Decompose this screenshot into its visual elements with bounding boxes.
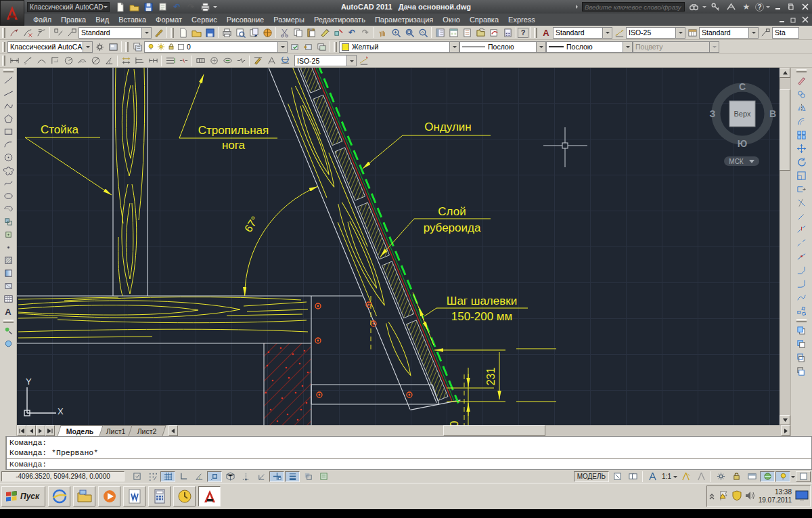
bring-above-objects-icon[interactable]	[794, 351, 810, 364]
hatch-tool-icon[interactable]	[1, 254, 16, 267]
revcloud-tool-icon[interactable]	[1, 164, 16, 177]
toolbar-grip[interactable]	[334, 42, 337, 52]
autocad-app-button[interactable]	[0, 0, 24, 26]
tool-palettes-icon[interactable]	[460, 26, 474, 39]
restore-button[interactable]	[786, 2, 797, 12]
save-icon[interactable]	[203, 26, 217, 39]
doc-restore-button[interactable]	[788, 16, 799, 24]
dim-inspect-icon[interactable]	[221, 55, 234, 67]
tray-security-flag-icon[interactable]	[719, 490, 729, 502]
mleader-remove-icon[interactable]	[21, 26, 35, 39]
search-options-icon[interactable]	[702, 6, 706, 10]
workspace-switcher[interactable]: Классический AutoCAD	[27, 2, 110, 12]
linetype-dropdown-icon[interactable]	[536, 42, 545, 52]
close-button[interactable]	[799, 2, 811, 12]
copy-tool-icon[interactable]	[794, 87, 810, 101]
scroll-left-button[interactable]	[168, 425, 178, 436]
osnap-toggle[interactable]	[207, 471, 222, 482]
menu-dimension[interactable]: Размеры	[269, 16, 309, 24]
undo-button[interactable]: ↶	[171, 1, 183, 12]
quick-view-drawings-icon[interactable]	[625, 471, 640, 482]
gradient-tool-icon[interactable]	[1, 267, 16, 280]
viewcube-wcs-label[interactable]: МСК	[729, 158, 744, 165]
horizontal-scroll-thumb[interactable]	[443, 425, 545, 436]
otrack-toggle[interactable]	[238, 471, 253, 482]
taskbar-word-icon[interactable]	[123, 486, 145, 506]
dim-joglinear-icon[interactable]	[234, 55, 248, 67]
dim-space-icon[interactable]	[163, 55, 177, 67]
markup-set-manager-icon[interactable]	[487, 26, 501, 39]
dim-ordinate-icon[interactable]	[48, 55, 62, 67]
insert-block-tool-icon[interactable]	[1, 215, 16, 228]
clean-screen-button[interactable]	[796, 471, 811, 482]
grid-toggle[interactable]	[160, 471, 175, 482]
construction-line-tool-icon[interactable]	[1, 87, 16, 100]
annotation-scale-value[interactable]: 1:1	[660, 473, 673, 480]
scale-tool-icon[interactable]	[794, 169, 810, 182]
layer-lock-icon[interactable]	[167, 43, 175, 51]
viewcube-face-label[interactable]: Верх	[734, 110, 751, 118]
pan-icon[interactable]	[376, 26, 389, 39]
ortho-toggle[interactable]	[176, 471, 191, 482]
mleader-add-icon[interactable]	[7, 26, 21, 39]
region-tool-icon[interactable]	[1, 280, 16, 293]
scroll-up-button[interactable]	[780, 68, 790, 78]
dyn-toggle[interactable]	[269, 471, 284, 482]
sheetset-manager-icon[interactable]	[474, 26, 487, 39]
layer-properties-icon[interactable]	[131, 41, 144, 53]
workspaces-combo[interactable]: Классический AutoCAD	[7, 41, 93, 53]
zoom-previous-icon[interactable]	[416, 26, 430, 39]
dim-arclength-icon[interactable]	[35, 55, 48, 67]
tab-next-button[interactable]	[36, 425, 45, 436]
toolbar-grip[interactable]	[796, 319, 807, 322]
rotate-tool-icon[interactable]	[794, 155, 810, 169]
break-at-point-tool-icon[interactable]	[794, 223, 810, 236]
trim-tool-icon[interactable]	[794, 196, 810, 209]
redo-icon[interactable]: ↷	[359, 26, 372, 39]
annotation-scale-icon[interactable]	[645, 471, 660, 482]
menu-insert[interactable]: Вставка	[114, 16, 151, 24]
send-to-back-icon[interactable]	[794, 337, 810, 351]
taskbar-ie-icon[interactable]	[48, 486, 70, 506]
command-window-grip[interactable]	[0, 436, 6, 470]
viewcube-south[interactable]: Ю	[738, 138, 747, 149]
tab-prev-button[interactable]	[26, 425, 36, 436]
menu-edit[interactable]: Правка	[56, 16, 91, 24]
mleader-style-dropdown-icon[interactable]	[141, 28, 151, 38]
scroll-right-button[interactable]	[781, 425, 790, 436]
isolate-objects-bulb-icon[interactable]	[775, 471, 790, 482]
new-icon[interactable]	[176, 26, 189, 39]
lwt-toggle[interactable]	[285, 471, 300, 482]
annotation-scale-dropdown-icon[interactable]	[673, 476, 677, 480]
dim-angular-icon[interactable]	[102, 55, 116, 67]
vertical-scrollbar[interactable]	[780, 68, 790, 425]
match-properties-icon[interactable]	[318, 26, 332, 39]
properties-palette-icon[interactable]	[433, 26, 447, 39]
menu-modify[interactable]: Редактировать	[309, 16, 370, 24]
send-under-objects-icon[interactable]	[794, 364, 810, 378]
cut-icon[interactable]	[277, 26, 291, 39]
fillet-tool-icon[interactable]	[794, 277, 810, 290]
search-input[interactable]	[582, 2, 685, 12]
osnap3d-toggle[interactable]	[223, 471, 238, 482]
dim-radius-icon[interactable]	[62, 55, 75, 67]
print-button[interactable]	[199, 1, 212, 12]
layer-on-bulb-icon[interactable]	[147, 43, 155, 51]
rectangle-tool-icon[interactable]	[1, 125, 16, 138]
dim-style-dropdown-icon[interactable]	[675, 28, 685, 38]
viewcube[interactable]: С В Ю З Верх МСК	[710, 81, 776, 166]
help-question-icon[interactable]: ?	[518, 28, 528, 38]
table-tool-icon[interactable]	[1, 293, 16, 305]
copy-clip-icon[interactable]	[291, 26, 304, 39]
layer-combo[interactable]: 0	[144, 41, 288, 53]
doc-minimize-button[interactable]	[776, 16, 788, 24]
help-icon[interactable]: ?	[755, 3, 764, 12]
circle-tool-icon[interactable]	[1, 151, 16, 164]
lineweight-dropdown-icon[interactable]	[623, 42, 632, 52]
tray-chevron-icon[interactable]	[708, 492, 715, 501]
dim-style-combo2[interactable]: ISO-25	[294, 55, 357, 66]
menu-tools[interactable]: Сервис	[187, 16, 222, 24]
dim-update-icon[interactable]	[278, 55, 292, 67]
dim-tolerance-icon[interactable]	[194, 55, 207, 67]
array-tool-icon[interactable]	[794, 128, 810, 142]
